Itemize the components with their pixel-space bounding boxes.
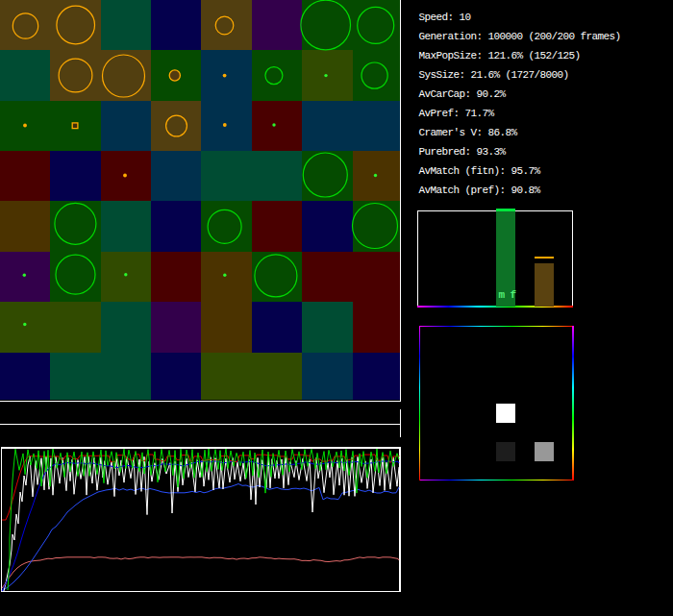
- svg-text:AvMatch (pref): 90.8%: AvMatch (pref): 90.8%: [419, 185, 541, 196]
- svg-text:AvCarCap: 90.2%: AvCarCap: 90.2%: [419, 88, 507, 100]
- svg-text:SysSize: 21.6% (1727/8000): SysSize: 21.6% (1727/8000): [419, 69, 569, 81]
- svg-text:MaxPopSize: 121.6% (152/125): MaxPopSize: 121.6% (152/125): [419, 50, 581, 62]
- svg-text:Cramer's V: 86.8%: Cramer's V: 86.8%: [419, 127, 518, 138]
- svg-text:AvMatch (fitn): 95.7%: AvMatch (fitn): 95.7%: [419, 165, 541, 177]
- svg-text:Generation: 100000 (200/200 fr: Generation: 100000 (200/200 frames): [419, 31, 621, 42]
- svg-text:AvPref: 71.7%: AvPref: 71.7%: [419, 108, 495, 119]
- svg-text:Speed: 10: Speed: 10: [419, 12, 471, 23]
- svg-text:Purebred: 93.3%: Purebred: 93.3%: [419, 146, 507, 158]
- svg-text:m f: m f: [498, 289, 516, 301]
